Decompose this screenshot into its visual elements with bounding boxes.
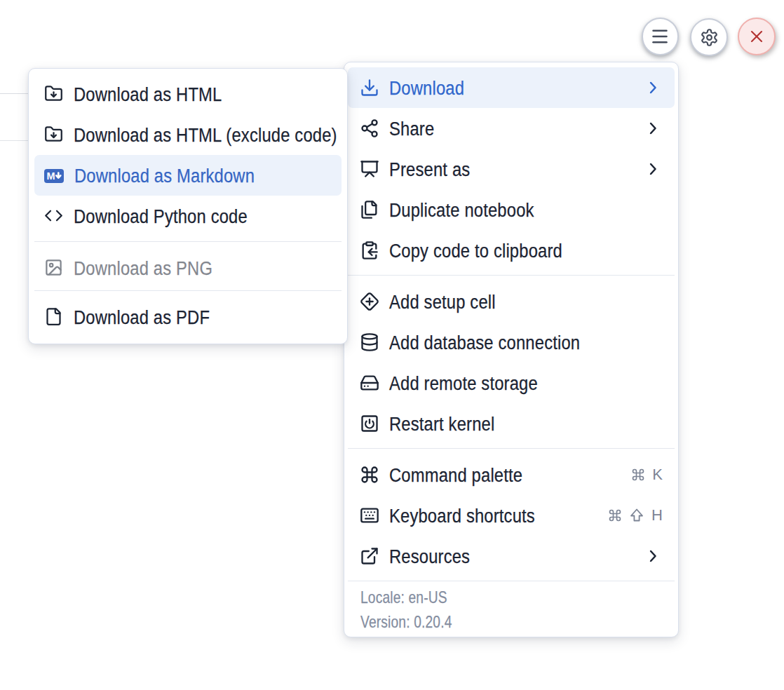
svg-text:M: M — [47, 170, 55, 182]
